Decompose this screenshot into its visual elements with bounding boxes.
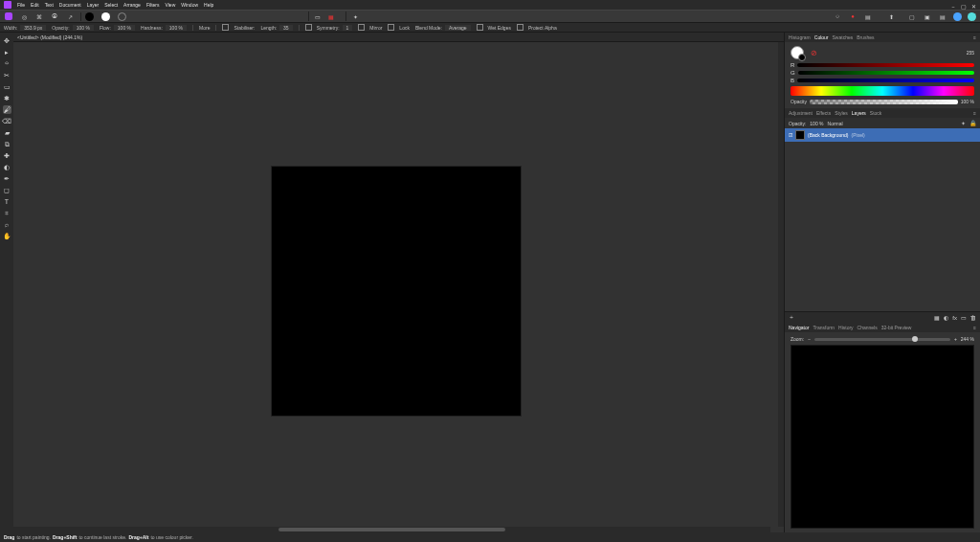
- ctx-symmetry[interactable]: Symmetry:1: [305, 24, 353, 31]
- assist-toggle2-icon[interactable]: ●: [848, 11, 858, 21]
- tab-transform[interactable]: Transform: [813, 325, 835, 330]
- slider-r[interactable]: R: [791, 62, 974, 68]
- ctx-stabiliser[interactable]: Stabiliser:: [222, 24, 255, 31]
- slider-b[interactable]: B: [791, 78, 974, 83]
- mask-layer-icon[interactable]: ▦: [934, 314, 940, 321]
- no-colour-swatch[interactable]: [118, 12, 126, 21]
- minimize-icon[interactable]: －: [950, 3, 955, 8]
- assist-toggle-icon[interactable]: ○: [833, 11, 842, 21]
- text-tool-icon[interactable]: T: [3, 197, 11, 206]
- close-icon[interactable]: ✕: [971, 3, 976, 8]
- zoom-in-icon[interactable]: +: [954, 336, 957, 342]
- layer-blend-dropdown[interactable]: Normal: [828, 121, 843, 126]
- arrange-icon1[interactable]: ▢: [907, 11, 917, 21]
- ctx-protect[interactable]: Protect Alpha: [517, 24, 557, 31]
- move-tool-icon[interactable]: ✥: [3, 36, 11, 45]
- menu-document[interactable]: Document: [59, 2, 81, 8]
- tab-colour[interactable]: Colour: [814, 34, 829, 40]
- tab-styles[interactable]: Styles: [835, 110, 848, 116]
- secondary-colour-swatch[interactable]: [798, 54, 806, 61]
- layer-lock-icon[interactable]: 🔒: [969, 120, 976, 126]
- zoom-value[interactable]: 244 %: [961, 336, 974, 342]
- ctx-width[interactable]: Width:353.9 px: [4, 25, 46, 31]
- ctx-lock[interactable]: Lock: [388, 24, 410, 31]
- delete-layer-icon[interactable]: 🗑: [970, 315, 976, 321]
- menu-layer[interactable]: Layer: [87, 2, 100, 8]
- tab-layers[interactable]: Layers: [852, 110, 866, 116]
- ctx-hardness[interactable]: Hardness:100 %: [141, 25, 187, 31]
- menu-arrange[interactable]: Arrange: [123, 2, 141, 8]
- menu-select[interactable]: Select: [104, 2, 118, 8]
- tab-32bit[interactable]: 32-bit Preview: [881, 325, 912, 330]
- menu-view[interactable]: View: [166, 2, 176, 8]
- foreground-swatch[interactable]: [85, 12, 94, 21]
- crop-tool-icon[interactable]: ✂: [3, 71, 11, 79]
- h-scroll-thumb[interactable]: [278, 528, 505, 531]
- clone-tool-icon[interactable]: ⧉: [3, 140, 11, 148]
- menu-text[interactable]: Text: [45, 2, 54, 8]
- menu-file[interactable]: File: [17, 2, 25, 8]
- panel-menu-icon[interactable]: ≡: [973, 34, 976, 40]
- maximize-icon[interactable]: ▢: [961, 3, 966, 8]
- add-layer-icon[interactable]: ＋: [789, 313, 794, 322]
- tab-brushes[interactable]: Brushes: [857, 34, 874, 40]
- menu-filters[interactable]: Filters: [146, 2, 160, 8]
- colour-picker-icon[interactable]: ⌔: [3, 59, 11, 68]
- arrange-icon2[interactable]: ▣: [923, 11, 932, 21]
- tab-stock[interactable]: Stock: [870, 110, 882, 116]
- persona-develop-icon[interactable]: ⌘: [34, 11, 44, 21]
- fill-tool-icon[interactable]: ▰: [3, 128, 11, 137]
- tab-channels[interactable]: Channels: [858, 325, 878, 330]
- refine-icon[interactable]: ▦: [326, 11, 336, 21]
- selection-tool-icon[interactable]: ▭: [3, 82, 11, 91]
- persona-tone-icon[interactable]: ⦿: [50, 11, 59, 21]
- ctx-blend[interactable]: Blend Mode:Average: [415, 25, 471, 31]
- primary-colour-swatch[interactable]: [791, 46, 804, 59]
- menu-window[interactable]: Window: [181, 2, 198, 8]
- hand-tool-icon[interactable]: ✋: [3, 232, 11, 240]
- dodge-tool-icon[interactable]: ◐: [3, 163, 11, 171]
- node-tool-icon[interactable]: ▸: [3, 48, 11, 56]
- tab-history[interactable]: History: [838, 325, 854, 330]
- ctx-opacity[interactable]: Opacity:100 %: [52, 25, 94, 31]
- zoom-tool-icon[interactable]: ⌕: [3, 220, 11, 229]
- colour-opacity[interactable]: Opacity 100 %: [791, 99, 974, 104]
- navigator-preview[interactable]: [791, 345, 974, 529]
- ctx-mirror[interactable]: Mirror: [358, 24, 382, 31]
- flood-select-icon[interactable]: ✱: [3, 94, 11, 102]
- mesh-tool-icon[interactable]: ⌗: [3, 209, 11, 217]
- account-avatar-2[interactable]: [968, 12, 976, 21]
- menu-edit[interactable]: Edit: [31, 2, 39, 8]
- healing-tool-icon[interactable]: ✚: [3, 151, 11, 160]
- persona-photo-icon[interactable]: [4, 11, 13, 21]
- ctx-more[interactable]: More: [199, 25, 210, 31]
- quickmask-icon[interactable]: ▭: [313, 11, 323, 21]
- tab-adjustment[interactable]: Adjustment: [789, 110, 813, 116]
- erase-tool-icon[interactable]: ⌫: [3, 117, 11, 125]
- tab-effects[interactable]: Effects: [816, 110, 831, 116]
- no-fill-icon[interactable]: ⊘: [811, 49, 817, 57]
- h-scrollbar[interactable]: [13, 527, 770, 532]
- snapping-icon[interactable]: ✦: [350, 11, 360, 21]
- pen-tool-icon[interactable]: ✒: [3, 174, 11, 183]
- paint-brush-icon[interactable]: 🖌: [3, 105, 11, 114]
- tab-swatches[interactable]: Swatches: [833, 34, 854, 40]
- layer-item[interactable]: ☑ (Back Background) (Pixel): [785, 128, 980, 142]
- shape-tool-icon[interactable]: ◻: [3, 186, 11, 194]
- fx-layer-icon[interactable]: fx: [952, 315, 957, 321]
- group-layer-icon[interactable]: ▭: [961, 314, 967, 321]
- document-tab[interactable]: <Untitled> (Modified) (244.1%): [13, 33, 784, 42]
- background-swatch[interactable]: [101, 12, 110, 21]
- persona-liquify-icon[interactable]: ◎: [19, 11, 29, 21]
- layer-opacity-value[interactable]: 100 %: [810, 121, 823, 126]
- adjustment-layer-icon[interactable]: ◐: [944, 314, 948, 321]
- ctx-wetedges[interactable]: Wet Edges: [477, 24, 511, 31]
- slider-g[interactable]: G: [791, 70, 974, 76]
- panel-menu-icon[interactable]: ≡: [973, 325, 976, 330]
- assist-toggle3-icon[interactable]: ▤: [863, 11, 873, 21]
- arrange-icon3[interactable]: ▤: [938, 11, 947, 21]
- persona-export-icon[interactable]: ↗: [65, 11, 75, 21]
- layer-visibility-icon[interactable]: ☑: [789, 132, 792, 138]
- tab-navigator[interactable]: Navigator: [789, 325, 809, 330]
- assistant-icon[interactable]: ⬆: [886, 11, 896, 21]
